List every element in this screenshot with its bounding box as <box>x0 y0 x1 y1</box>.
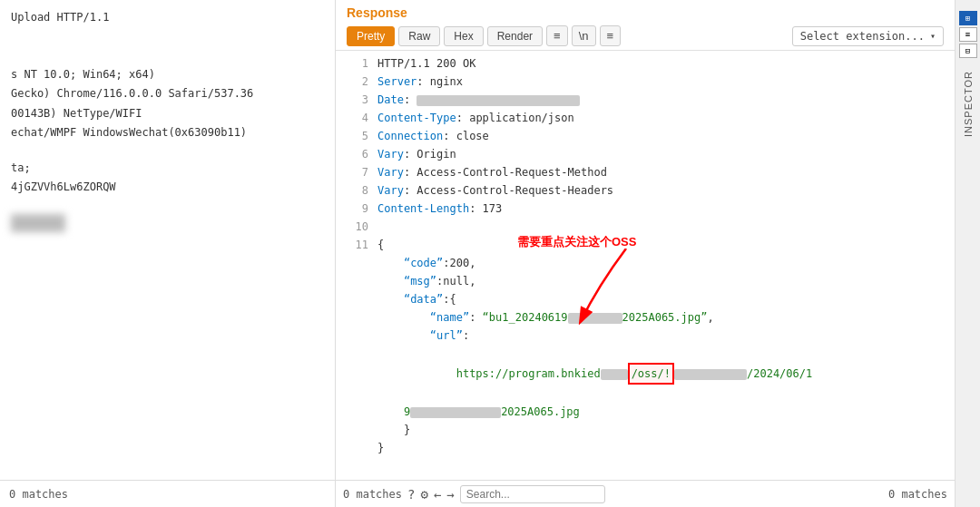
back-icon[interactable]: ← <box>434 487 441 502</box>
main-panel: Response Pretty Raw Hex Render ≡ \n ≡ Se… <box>336 0 955 507</box>
code-line-code: “code”:200, <box>336 254 955 272</box>
code-line-url-val: https://program.bnkied /oss/! /2024/06/1 <box>336 345 955 403</box>
oss-highlight: /oss/! <box>628 363 674 385</box>
view-icon-grid[interactable]: ⊞ <box>959 11 977 25</box>
left-matches: 0 matches <box>9 488 68 501</box>
code-line-7: 7 Vary: Access-Control-Request-Method <box>336 163 955 181</box>
right-footer-matches: 0 matches <box>888 488 947 501</box>
left-line-upload: Upload HTTP/1.1 <box>11 9 324 26</box>
code-line-11: 11 { <box>336 236 955 254</box>
response-header: Response Pretty Raw Hex Render ≡ \n ≡ Se… <box>336 0 955 51</box>
left-line-data: ta; <box>11 160 324 177</box>
view-icon-list[interactable]: ≡ <box>959 27 977 42</box>
left-panel: Upload HTTP/1.1 s NT 10.0; Win64; x64) G… <box>0 0 336 507</box>
toolbar-icon-newline[interactable]: \n <box>572 25 596 46</box>
code-line-url-key: “url”: <box>336 327 955 345</box>
code-line-name: “name”: “bu1_20240619 2025A065.jpg”, <box>336 308 955 327</box>
code-line-close-outer: } <box>336 439 955 457</box>
chevron-down-icon: ▾ <box>930 31 936 41</box>
bottom-footer: 0 matches ? ⚙ ← → 0 matches <box>336 480 955 507</box>
select-extension[interactable]: Select extension... ▾ <box>792 26 944 46</box>
settings-icon[interactable]: ⚙ <box>420 487 427 502</box>
view-icon-split[interactable]: ⊟ <box>959 44 977 58</box>
code-line-3: 3 Date: <box>336 91 955 109</box>
left-line-ua2: Gecko) Chrome/116.0.0.0 Safari/537.36 <box>11 85 324 102</box>
tab-hex[interactable]: Hex <box>444 26 483 46</box>
left-footer: 0 matches <box>0 480 335 507</box>
code-line-data: “data”:{ <box>336 290 955 308</box>
tab-pretty[interactable]: Pretty <box>347 26 395 46</box>
code-line-10: 10 <box>336 218 955 236</box>
code-area[interactable]: 1 HTTP/1.1 200 OK 2 Server: nginx 3 Date… <box>336 51 955 480</box>
code-line-9: 9 Content-Length: 173 <box>336 200 955 218</box>
tab-raw[interactable]: Raw <box>398 26 440 46</box>
view-icons: ⊞ ≡ ⊟ <box>956 7 981 62</box>
left-line-token: 4jGZVVh6Lw6ZORQW <box>11 179 324 196</box>
code-line-msg: “msg”:null, <box>336 272 955 290</box>
inspector-panel: ⊞ ≡ ⊟ INSPECTOR <box>955 0 980 507</box>
left-line-bottom <box>11 214 324 231</box>
toolbar-row: Pretty Raw Hex Render ≡ \n ≡ Select exte… <box>347 25 944 46</box>
response-title: Response <box>347 5 944 20</box>
left-line-ua3: 00143B) NetType/WIFI <box>11 105 324 122</box>
code-line-8: 8 Vary: Access-Control-Request-Headers <box>336 181 955 200</box>
code-line-close-inner: } <box>336 421 955 439</box>
search-input[interactable] <box>460 485 605 503</box>
left-footer-matches: 0 matches <box>343 488 402 501</box>
code-line-6: 6 Vary: Origin <box>336 145 955 163</box>
line-11-container: 11 { 需要重点关注这个OSS <box>336 236 955 254</box>
select-extension-label: Select extension... <box>800 30 925 43</box>
tab-render[interactable]: Render <box>487 26 543 46</box>
forward-icon[interactable]: → <box>446 487 454 502</box>
left-line-ua4: echat/WMPF WindowsWechat(0x63090b11) <box>11 124 324 141</box>
left-line-ua1: s NT 10.0; Win64; x64) <box>11 66 324 83</box>
inspector-label: INSPECTOR <box>963 71 974 137</box>
toolbar-icon-wrap[interactable]: ≡ <box>546 25 568 46</box>
code-line-url-cont: 9 2025A065.jpg <box>336 403 955 421</box>
code-line-1: 1 HTTP/1.1 200 OK <box>336 54 955 73</box>
help-icon[interactable]: ? <box>407 487 415 502</box>
code-line-4: 4 Content-Type: application/json <box>336 109 955 127</box>
code-line-2: 2 Server: nginx <box>336 73 955 91</box>
code-line-5: 5 Connection: close <box>336 127 955 145</box>
left-content: Upload HTTP/1.1 s NT 10.0; Win64; x64) G… <box>0 0 335 480</box>
toolbar-icon-menu[interactable]: ≡ <box>600 25 622 46</box>
